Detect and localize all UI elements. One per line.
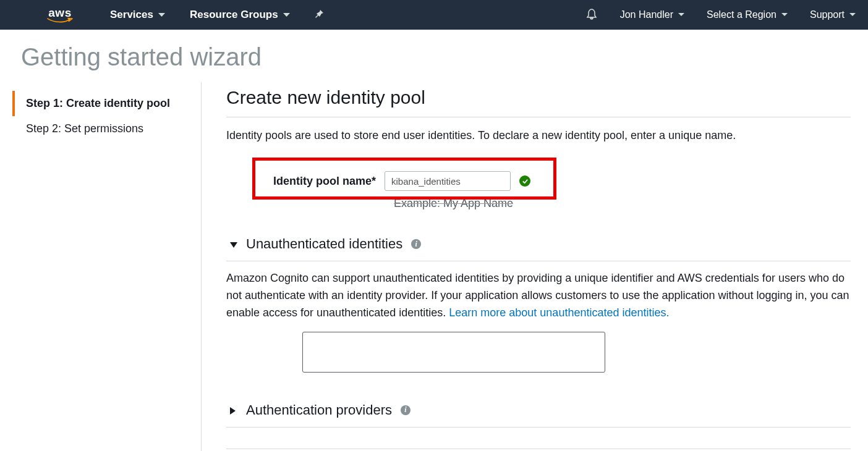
nav-resource-groups[interactable]: Resource Groups (190, 9, 290, 21)
aws-swoosh-icon (45, 17, 75, 23)
nav-user-label: Jon Handler (620, 9, 673, 20)
nav-services-label: Services (110, 9, 153, 21)
pin-icon[interactable] (315, 9, 325, 21)
page-title: Getting started wizard (0, 30, 868, 82)
content: Step 1: Create identity pool Step 2: Set… (0, 82, 868, 451)
nav-region-label: Select a Region (707, 9, 777, 20)
auth-providers-heading: Authentication providers (246, 402, 392, 418)
caret-down-icon (283, 13, 290, 17)
step-1[interactable]: Step 1: Create identity pool (12, 91, 201, 116)
nav-right: Jon Handler Select a Region Support (585, 8, 856, 22)
caret-down-icon (158, 13, 165, 17)
nav-support-label: Support (810, 9, 845, 20)
caret-down-icon (849, 13, 856, 17)
auth-providers-expander-header[interactable]: Authentication providers i (226, 397, 851, 428)
identity-pool-name-input[interactable] (385, 171, 511, 191)
identity-pool-name-label: Identity pool name* (273, 175, 376, 188)
nav-services[interactable]: Services (110, 9, 165, 21)
section-intro: Identity pools are used to store end use… (226, 127, 851, 144)
nav-resource-groups-label: Resource Groups (190, 9, 278, 21)
valid-check-icon (519, 175, 530, 187)
unauth-heading: Unauthenticated identities (246, 236, 402, 252)
step-2[interactable]: Step 2: Set permissions (12, 116, 201, 141)
info-icon[interactable]: i (411, 239, 421, 249)
nav-region[interactable]: Select a Region (707, 9, 788, 20)
unauth-expander-body: Amazon Cognito can support unauthenticat… (226, 261, 851, 397)
identity-pool-name-example: Example: My App Name (226, 197, 851, 210)
nav-user[interactable]: Jon Handler (620, 9, 684, 20)
triangle-down-icon (230, 236, 237, 252)
unauth-expander-header[interactable]: Unauthenticated identities i (226, 231, 851, 261)
triangle-right-icon (230, 402, 237, 418)
nav-support[interactable]: Support (810, 9, 856, 20)
enable-unauth-label: Enable access to unauthenticated identit… (354, 344, 568, 357)
unauth-learn-more-link[interactable]: Learn more about unauthenticated identit… (449, 306, 669, 319)
info-icon[interactable]: i (401, 405, 411, 415)
caret-down-icon (678, 13, 684, 17)
top-nav: aws Services Resource Groups Jon Handler (0, 0, 868, 30)
enable-unauth-checkbox[interactable] (328, 344, 340, 356)
identity-pool-name-block: Identity pool name* Example: My App Name (226, 158, 851, 213)
unauth-paragraph: Amazon Cognito can support unauthenticat… (226, 270, 851, 322)
section-heading: Create new identity pool (226, 87, 851, 117)
caret-down-icon (781, 13, 788, 17)
form-footer: * Required Cancel Create Pool (226, 449, 851, 451)
main-panel: Create new identity pool Identity pools … (201, 82, 868, 451)
bell-icon[interactable] (585, 8, 598, 22)
unauth-checkbox-wrap: Enable access to unauthenticated identit… (226, 332, 851, 373)
aws-logo[interactable]: aws (45, 7, 75, 23)
wizard-sidebar: Step 1: Create identity pool Step 2: Set… (12, 82, 201, 451)
